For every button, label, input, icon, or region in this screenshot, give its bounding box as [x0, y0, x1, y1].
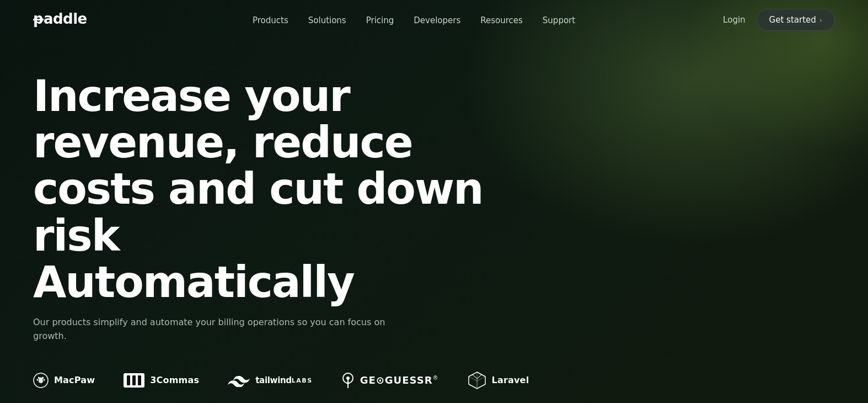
nav-item-pricing[interactable]: Pricing: [366, 15, 394, 25]
nav-links: Products Solutions Pricing Developers Re…: [253, 15, 575, 25]
tailwind-label: tailwindLABS: [255, 375, 312, 385]
hero-section: Increase your revenue, reduce costs and …: [0, 40, 868, 390]
nav-link-support[interactable]: Support: [543, 15, 575, 25]
svg-rect-8: [132, 375, 136, 385]
nav-link-products[interactable]: Products: [253, 15, 288, 25]
nav-actions: Login Get started ›: [723, 9, 835, 31]
nav-link-developers[interactable]: Developers: [414, 15, 460, 25]
brand-logos-bar: MacPaw 3Commas tailwindLABS: [33, 371, 835, 390]
hero-subheadline: Automatically: [33, 259, 835, 306]
svg-point-5: [44, 379, 45, 380]
hero-headline-line1: Increase your revenue, reduce: [33, 73, 529, 166]
hero-description: Our products simplify and automate your …: [33, 315, 419, 343]
laravel-icon: [468, 371, 486, 390]
macpaw-icon: [33, 373, 49, 388]
nav-item-solutions[interactable]: Solutions: [308, 15, 346, 25]
svg-rect-7: [127, 375, 130, 385]
logo[interactable]: ᵽaddle: [33, 9, 105, 30]
svg-point-2: [38, 377, 40, 379]
nav-item-support[interactable]: Support: [543, 15, 575, 25]
svg-text:ᵽaddle: ᵽaddle: [33, 10, 87, 27]
geoguessr-icon: [341, 373, 355, 388]
brand-macpaw: MacPaw: [33, 373, 95, 388]
3commas-label: 3Commas: [150, 375, 199, 385]
svg-point-4: [37, 379, 39, 380]
brand-3commas: 3Commas: [124, 373, 199, 388]
geoguessr-label: GE⊙GUESSR®: [360, 374, 439, 386]
svg-point-3: [42, 377, 44, 379]
navbar: ᵽaddle Products Solutions Pricing Develo…: [0, 0, 868, 40]
nav-link-resources[interactable]: Resources: [480, 15, 523, 25]
get-started-button[interactable]: Get started ›: [757, 9, 835, 31]
svg-point-11: [346, 377, 350, 380]
macpaw-label: MacPaw: [54, 375, 95, 385]
chevron-right-icon: ›: [819, 16, 822, 24]
laravel-label: Laravel: [492, 375, 529, 385]
nav-item-products[interactable]: Products: [253, 15, 288, 25]
brand-laravel: Laravel: [468, 371, 529, 390]
tailwind-icon: [228, 374, 250, 387]
svg-rect-9: [138, 375, 141, 385]
login-link[interactable]: Login: [723, 15, 745, 25]
nav-link-solutions[interactable]: Solutions: [308, 15, 346, 25]
brand-geoguessr: GE⊙GUESSR®: [341, 373, 439, 388]
nav-item-resources[interactable]: Resources: [480, 15, 523, 25]
nav-link-pricing[interactable]: Pricing: [366, 15, 394, 25]
nav-item-developers[interactable]: Developers: [414, 15, 460, 25]
brand-name: ᵽaddle: [33, 9, 105, 30]
3commas-icon: [124, 373, 144, 388]
hero-headline-line2: costs and cut down risk: [33, 166, 529, 258]
brand-tailwind: tailwindLABS: [228, 374, 312, 387]
